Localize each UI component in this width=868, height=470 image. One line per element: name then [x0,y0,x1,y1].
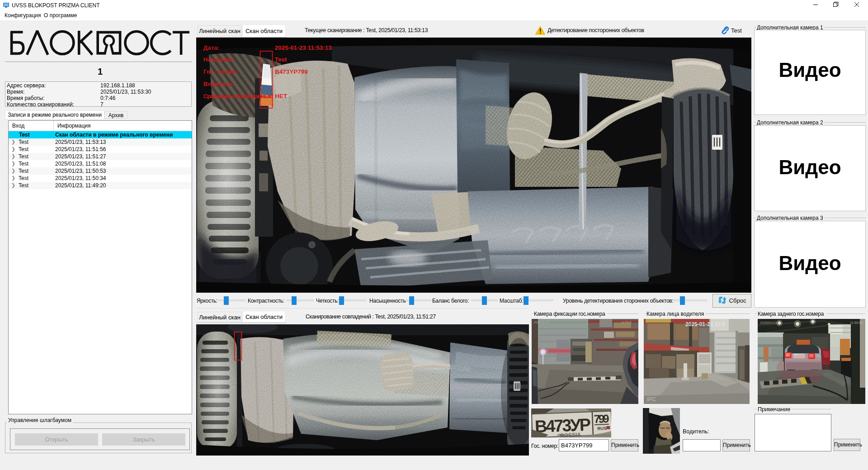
svg-text:2025-01-23: 2025-01-23 [533,321,550,324]
svg-text:IPC: IPC [647,396,656,403]
svg-text:2025/01/23: 2025/01/23 [760,321,777,325]
svg-text:RUS: RUS [597,426,606,431]
svg-text:ROSSIA: ROSSIA [560,431,581,437]
svg-text:11:55:55: 11:55:55 [850,321,863,325]
svg-text:2025-01-23 11:5: 2025-01-23 11:5 [685,321,725,328]
svg-text:799: 799 [594,412,609,425]
svg-text:11:53:4: 11:53:4 [621,321,632,324]
